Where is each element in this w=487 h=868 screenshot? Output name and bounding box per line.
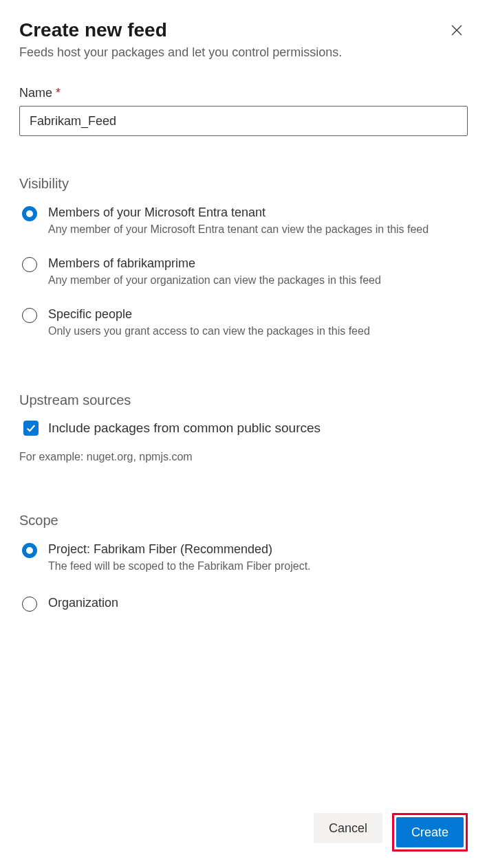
radio-icon xyxy=(22,308,37,323)
radio-title: Project: Fabrikam Fiber (Recommended) xyxy=(48,541,468,557)
cancel-button[interactable]: Cancel xyxy=(314,813,382,843)
panel-footer: Cancel Create xyxy=(19,813,468,868)
visibility-option-tenant[interactable]: Members of your Microsoft Entra tenant A… xyxy=(19,204,468,237)
radio-title: Members of your Microsoft Entra tenant xyxy=(48,204,468,221)
close-icon xyxy=(451,25,462,36)
radio-desc: Any member of your Microsoft Entra tenan… xyxy=(48,222,468,237)
visibility-section: Visibility Members of your Microsoft Ent… xyxy=(19,176,468,339)
required-mark: * xyxy=(56,86,61,100)
name-label: Name * xyxy=(19,86,468,100)
upstream-section: Upstream sources Include packages from c… xyxy=(19,392,468,463)
upstream-example: For example: nuget.org, npmjs.com xyxy=(19,451,468,463)
panel-header-row: Create new feed xyxy=(19,19,468,44)
panel-content: Create new feed Feeds host your packages… xyxy=(19,19,468,813)
radio-icon xyxy=(22,257,37,272)
upstream-checkbox-row[interactable]: Include packages from common public sour… xyxy=(19,421,468,436)
radio-title: Specific people xyxy=(48,306,468,322)
create-button[interactable]: Create xyxy=(396,817,464,847)
radio-title: Members of fabrikamprime xyxy=(48,255,468,271)
scope-option-project[interactable]: Project: Fabrikam Fiber (Recommended) Th… xyxy=(19,541,468,574)
create-button-highlight: Create xyxy=(392,813,468,852)
visibility-option-org[interactable]: Members of fabrikamprime Any member of y… xyxy=(19,255,468,288)
visibility-header: Visibility xyxy=(19,176,468,192)
scope-option-organization[interactable]: Organization xyxy=(19,594,468,612)
scope-header: Scope xyxy=(19,513,468,528)
radio-title: Organization xyxy=(48,594,468,611)
radio-desc: The feed will be scoped to the Fabrikam … xyxy=(48,559,468,574)
panel-subtitle: Feeds host your packages and let you con… xyxy=(19,44,468,61)
checkmark-icon xyxy=(26,423,36,433)
scope-section: Scope Project: Fabrikam Fiber (Recommend… xyxy=(19,513,468,612)
panel-title: Create new feed xyxy=(19,19,167,41)
checkbox-icon xyxy=(23,421,39,436)
radio-desc: Any member of your organization can view… xyxy=(48,273,468,288)
create-feed-panel: Create new feed Feeds host your packages… xyxy=(0,0,487,868)
radio-icon xyxy=(22,543,37,558)
panel-titles: Create new feed xyxy=(19,19,167,44)
upstream-header: Upstream sources xyxy=(19,392,468,408)
upstream-checkbox-label: Include packages from common public sour… xyxy=(48,421,321,436)
radio-icon xyxy=(22,597,37,612)
radio-icon xyxy=(22,206,37,221)
close-button[interactable] xyxy=(446,19,468,41)
visibility-option-specific[interactable]: Specific people Only users you grant acc… xyxy=(19,306,468,339)
name-input[interactable] xyxy=(19,106,468,136)
radio-desc: Only users you grant access to can view … xyxy=(48,324,468,339)
